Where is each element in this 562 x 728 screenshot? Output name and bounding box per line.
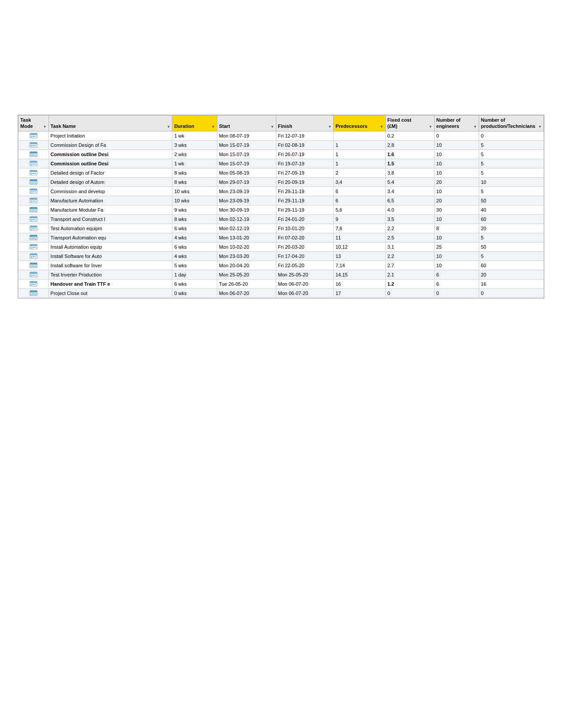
svg-rect-76 [31, 256, 32, 257]
col-header-duration-arrow[interactable]: ▼ [212, 125, 215, 129]
fixed-cost-cell: 0.2 [385, 131, 434, 140]
predecessors-cell: 5,6 [334, 205, 386, 214]
engineers-cell: 20 [434, 196, 479, 205]
svg-rect-92 [30, 281, 37, 283]
predecessors-cell: 7,8 [334, 224, 386, 233]
engineers-cell: 0 [434, 131, 479, 140]
svg-rect-55 [34, 219, 36, 220]
finish-cell: Fri 12-07-19 [276, 131, 334, 140]
task-name-cell: Project Initiation [48, 131, 172, 140]
task-mode-cell [19, 261, 49, 270]
finish-cell: Fri 17-04-20 [276, 251, 334, 261]
task-mode-cell [19, 233, 49, 242]
col-header-finish-arrow[interactable]: ▼ [328, 125, 331, 129]
task-mode-cell [19, 242, 49, 251]
col-header-start-label: Start [219, 123, 230, 129]
svg-rect-54 [33, 219, 34, 220]
col-header-start-arrow[interactable]: ▼ [271, 125, 274, 129]
start-cell: Mon 29-07-19 [217, 177, 276, 187]
task-mode-icon [30, 160, 37, 166]
svg-rect-22 [31, 165, 32, 165]
col-header-start[interactable]: Start ▼ [217, 116, 276, 131]
finish-cell: Fri 20-09-19 [276, 177, 334, 187]
table-row: Detailed design of Factor8 wksMon 05-08-… [19, 168, 544, 177]
col-header-technicians-label: Number ofproduction/Technicians [481, 117, 535, 130]
fixed-cost-cell: 2.2 [385, 224, 434, 233]
svg-rect-1 [30, 133, 37, 135]
svg-rect-3 [33, 136, 34, 137]
technicians-cell: 0 [479, 288, 544, 298]
task-mode-icon [30, 262, 37, 268]
predecessors-cell: 11 [334, 233, 386, 242]
svg-rect-8 [31, 145, 32, 146]
table-row: Manufacture Automation10 wksMon 23-09-19… [19, 196, 544, 205]
task-name-cell: Transport Automation equ [48, 233, 172, 242]
svg-rect-37 [33, 191, 34, 192]
col-header-fixedcost-arrow[interactable]: ▼ [429, 125, 432, 129]
svg-rect-94 [33, 284, 34, 285]
col-header-engineers[interactable]: Number ofengineers ▼ [434, 116, 479, 131]
task-mode-icon [30, 216, 37, 222]
svg-rect-2 [31, 136, 32, 137]
duration-cell: 6 wks [172, 242, 217, 251]
task-mode-icon [30, 151, 37, 157]
predecessors-cell: 10,12 [334, 242, 386, 251]
task-mode-icon [30, 188, 37, 194]
col-header-technicians-arrow[interactable]: ▼ [538, 125, 542, 129]
svg-rect-75 [30, 254, 37, 255]
col-header-taskmode-arrow[interactable]: ▼ [43, 125, 47, 129]
finish-cell: Mon 06-07-20 [276, 288, 334, 298]
svg-rect-79 [31, 258, 32, 258]
finish-cell: Fri 20-03-20 [276, 242, 334, 251]
predecessors-cell [334, 131, 386, 140]
table-row: Manufacture Modular Fa9 wksMon 30-09-19F… [19, 205, 544, 214]
col-header-finish[interactable]: Finish ▼ [276, 116, 334, 131]
col-header-engineers-arrow[interactable]: ▼ [473, 125, 477, 129]
svg-rect-13 [30, 152, 37, 153]
task-name-cell: Project Close out [48, 288, 172, 298]
predecessors-cell: 1 [334, 159, 386, 168]
predecessors-cell: 6 [334, 187, 386, 196]
col-header-taskmode-label: TaskMode [20, 117, 33, 130]
task-name-cell: Install Software for Auto [48, 251, 172, 261]
task-mode-icon [30, 243, 37, 250]
task-name-cell: Manufacture Automation [48, 196, 172, 205]
technicians-cell: 20 [479, 224, 544, 233]
col-header-fixedcost[interactable]: Fixed cost(£M) ▼ [385, 116, 434, 131]
svg-rect-4 [34, 136, 36, 137]
col-header-predecessors-arrow[interactable]: ▼ [380, 125, 383, 129]
svg-rect-60 [33, 228, 34, 229]
duration-cell: 4 wks [172, 251, 217, 261]
task-name-cell: Commission outline Desi [48, 149, 172, 159]
col-header-taskmode[interactable]: TaskMode ▼ [19, 116, 49, 131]
task-mode-icon [30, 179, 37, 185]
svg-rect-90 [31, 276, 32, 276]
col-header-taskname[interactable]: Task Name ▼ [48, 116, 172, 131]
svg-rect-30 [30, 179, 37, 181]
svg-rect-56 [31, 220, 32, 221]
col-header-predecessors-label: Predecessors [335, 123, 367, 129]
finish-cell: Fri 19-07-19 [276, 159, 334, 168]
col-header-technicians[interactable]: Number ofproduction/Technicians ▼ [479, 116, 544, 131]
svg-rect-58 [30, 226, 37, 228]
table-body: Project Initiation1 wkMon 08-07-19Fri 12… [19, 131, 544, 298]
fixed-cost-cell: 1.2 [385, 279, 434, 288]
fixed-cost-cell: 2.5 [385, 233, 434, 242]
table-header-row: TaskMode ▼ Task Name ▼ Duration ▼ [19, 116, 544, 131]
col-header-duration[interactable]: Duration ▼ [172, 116, 217, 131]
start-cell: Mon 02-12-19 [217, 214, 276, 224]
fixed-cost-cell: 1.5 [385, 159, 434, 168]
col-header-taskname-arrow[interactable]: ▼ [167, 125, 171, 129]
duration-cell: 1 wk [172, 131, 217, 140]
start-cell: Mon 23-09-19 [217, 187, 276, 196]
table-row: Transport and Construct I8 wksMon 02-12-… [19, 214, 544, 224]
engineers-cell: 10 [434, 261, 479, 270]
fixed-cost-cell: 2.7 [385, 261, 434, 270]
table-row: Commission outline Desi2 wksMon 15-07-19… [19, 149, 544, 159]
technicians-cell: 60 [479, 261, 544, 270]
task-mode-icon [30, 206, 37, 213]
fixed-cost-cell: 4.0 [385, 205, 434, 214]
task-name-cell: Install software for Inver [48, 261, 172, 270]
col-header-predecessors[interactable]: Predecessors ▼ [334, 116, 386, 131]
svg-rect-61 [34, 228, 36, 229]
